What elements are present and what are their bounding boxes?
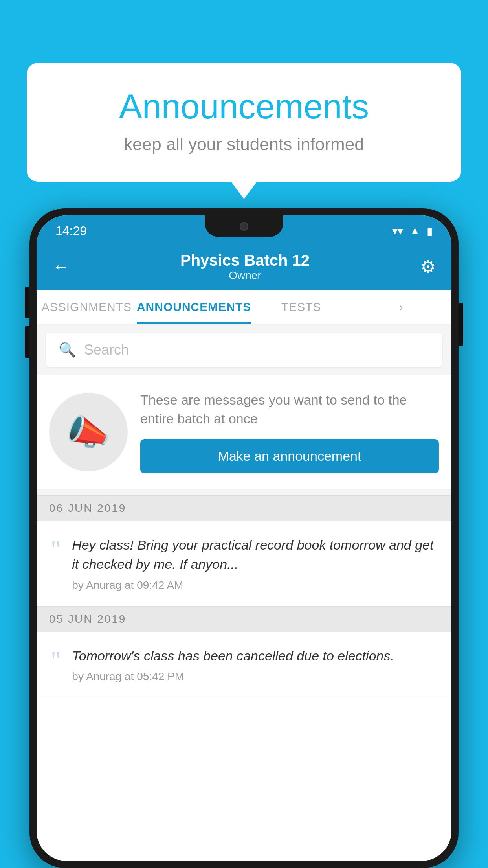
header-title: Physics Batch 12 (180, 252, 310, 269)
announcement-text-group-2: Tomorrow's class has been cancelled due … (72, 646, 439, 683)
phone-screen: 14:29 ▾▾ ▲ ▮ ← Physics Batch 12 Owner ⚙ (37, 215, 451, 861)
promo-card: 📣 These are messages you want to send to… (37, 375, 451, 489)
content-area: 🔍 Search 📣 These are messages you want t… (37, 325, 451, 697)
header-subtitle: Owner (180, 269, 310, 282)
volume-down-button (25, 326, 29, 358)
announcement-item-2[interactable]: " Tomorrow's class has been cancelled du… (37, 632, 451, 697)
promo-right: These are messages you want to send to t… (140, 391, 439, 473)
search-placeholder: Search (84, 342, 129, 358)
settings-icon[interactable]: ⚙ (420, 257, 436, 277)
speech-bubble: Announcements keep all your students inf… (27, 63, 461, 182)
tab-tests[interactable]: TESTS (251, 290, 351, 324)
promo-description: These are messages you want to send to t… (140, 391, 439, 428)
announcement-meta-2: by Anurag at 05:42 PM (72, 670, 439, 683)
power-button (459, 303, 463, 346)
speech-bubble-container: Announcements keep all your students inf… (27, 63, 461, 182)
date-separator-1: 06 JUN 2019 (37, 495, 451, 521)
quote-icon-2: " (51, 648, 61, 673)
volume-up-button (25, 287, 29, 318)
header-title-group: Physics Batch 12 Owner (180, 252, 310, 282)
phone-outer-frame: 14:29 ▾▾ ▲ ▮ ← Physics Batch 12 Owner ⚙ (29, 208, 459, 868)
main-content: 🔍 Search 📣 These are messages you want t… (37, 325, 451, 861)
more-icon: › (399, 300, 404, 314)
tab-announcements[interactable]: ANNOUNCEMENTS (137, 290, 251, 324)
search-icon: 🔍 (59, 342, 76, 358)
battery-icon: ▮ (427, 224, 433, 237)
signal-icon: ▲ (409, 224, 420, 237)
announcements-title: Announcements (58, 86, 430, 127)
app-header: ← Physics Batch 12 Owner ⚙ (37, 243, 451, 290)
search-bar[interactable]: 🔍 Search (46, 333, 442, 367)
date-separator-2: 05 JUN 2019 (37, 606, 451, 632)
status-time: 14:29 (55, 224, 87, 238)
status-icons: ▾▾ ▲ ▮ (392, 224, 433, 237)
announcement-item-1[interactable]: " Hey class! Bring your practical record… (37, 521, 451, 606)
announcement-text-2: Tomorrow's class has been cancelled due … (72, 646, 439, 666)
tab-assignments[interactable]: ASSIGNMENTS (37, 290, 137, 324)
announcement-text-1: Hey class! Bring your practical record b… (72, 535, 439, 574)
promo-icon-circle: 📣 (49, 393, 128, 471)
tab-more[interactable]: › (351, 290, 451, 324)
announcement-meta-1: by Anurag at 09:42 AM (72, 579, 439, 592)
back-button[interactable]: ← (52, 257, 70, 276)
front-camera (240, 222, 248, 231)
wifi-icon: ▾▾ (392, 224, 403, 237)
announcement-text-group-1: Hey class! Bring your practical record b… (72, 535, 439, 592)
tab-bar: ASSIGNMENTS ANNOUNCEMENTS TESTS › (37, 290, 451, 325)
phone-notch (205, 215, 283, 237)
phone-mockup: 14:29 ▾▾ ▲ ▮ ← Physics Batch 12 Owner ⚙ (29, 208, 459, 868)
make-announcement-button[interactable]: Make an announcement (140, 439, 439, 473)
phone-screen-area: 14:29 ▾▾ ▲ ▮ ← Physics Batch 12 Owner ⚙ (37, 215, 451, 861)
megaphone-icon: 📣 (66, 412, 110, 453)
quote-icon-1: " (51, 537, 61, 562)
announcements-subtitle: keep all your students informed (58, 134, 430, 154)
